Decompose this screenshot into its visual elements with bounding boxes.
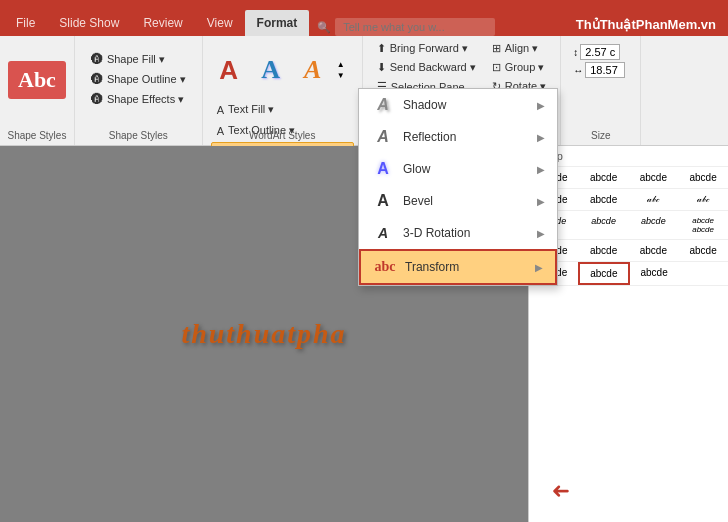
arrange-top-row: ⬆ Bring Forward ▾ ⬇ Send Backward ▾ ☰ Se… (371, 40, 553, 95)
group-wordart: A A A ▲ ▼ A Text Fill ▾ A Text Outline ▾… (203, 36, 363, 145)
group-shape-tools: 🅐 Shape Fill ▾ 🅐 Shape Outline ▾ 🅐 Shape… (75, 36, 203, 145)
wordart-previews: A A A ▲ ▼ (211, 40, 354, 100)
fill-icon: 🅐 (91, 52, 103, 66)
wordart-orange[interactable]: A (295, 40, 331, 100)
send-backward-icon: ⬇ (377, 61, 386, 74)
shape-fill-btn[interactable]: 🅐 Shape Fill ▾ (87, 50, 190, 68)
size-inputs: ↕ ↔ (569, 40, 632, 82)
align-icon: ⊞ (492, 42, 501, 55)
sample-cell[interactable]: abcde (678, 240, 728, 261)
sample-row-4: abcde abcde abcde (529, 262, 728, 286)
sample-row-1: abcde abcde 𝒶𝒷𝒸 𝒶𝒷𝒸 (529, 189, 728, 211)
sample-row-3: abcde abcde abcde abcde (529, 240, 728, 262)
width-row: ↔ (573, 62, 628, 78)
warp-label: Warp (529, 146, 728, 167)
sample-cell[interactable]: abcde (678, 167, 728, 188)
shadow-item[interactable]: A Shadow ▶ (359, 89, 557, 121)
sample-cell[interactable]: abcde (629, 167, 679, 188)
sample-cell[interactable]: abcde abcde (678, 211, 728, 239)
sample-cell[interactable]: abcde (629, 240, 679, 261)
wordart-down[interactable]: ▼ (337, 71, 345, 80)
text-effects-dropdown: A Shadow ▶ A Reflection ▶ A Glow ▶ A Bev… (358, 88, 558, 286)
sample-cell[interactable]: abcde (629, 211, 679, 239)
width-icon: ↔ (573, 65, 583, 76)
reflection-icon: A (371, 127, 395, 147)
shape-styles-label: Shape Styles (0, 130, 74, 141)
size-label: Size (561, 130, 640, 141)
wordart-blue[interactable]: A (253, 40, 289, 100)
sample-cell[interactable]: abcde (579, 211, 629, 239)
bevel-item[interactable]: A Bevel ▶ (359, 185, 557, 217)
tab-bar: File Slide Show Review View Format 🔍 Thủ… (0, 0, 728, 36)
sample-cell[interactable]: abcde (579, 167, 629, 188)
wordart-red[interactable]: A (211, 40, 247, 100)
bevel-icon: A (371, 191, 395, 211)
slide-text: thuthuatpha (181, 318, 346, 350)
group-size: ↕ ↔ Size (561, 36, 641, 145)
tab-view[interactable]: View (195, 10, 245, 36)
tab-review[interactable]: Review (131, 10, 194, 36)
align-btn[interactable]: ⊞ Align ▾ (486, 40, 552, 57)
height-icon: ↕ (573, 47, 578, 58)
3d-arrow: ▶ (537, 228, 545, 239)
glow-item[interactable]: A Glow ▶ (359, 153, 557, 185)
shape-effects-btn[interactable]: 🅐 Shape Effects ▾ (87, 90, 190, 108)
text-fill-btn[interactable]: A Text Fill ▾ (211, 100, 354, 119)
group-icon: ⊡ (492, 61, 501, 74)
right-panel: Warp abcde abcde abcde abcde abcde abcde… (528, 146, 728, 522)
arrange-col1: ⬆ Bring Forward ▾ ⬇ Send Backward ▾ ☰ Se… (371, 40, 482, 95)
shape-styles-label2: Shape Styles (75, 130, 202, 141)
reflection-label: Reflection (403, 130, 529, 144)
sample-row-2: abcde abcde abcde abcde abcde (529, 211, 728, 240)
shape-tools-list: 🅐 Shape Fill ▾ 🅐 Shape Outline ▾ 🅐 Shape… (83, 42, 194, 116)
group-btn[interactable]: ⊡ Group ▾ (486, 59, 552, 76)
tab-format[interactable]: Format (245, 10, 310, 36)
sample-row-0: abcde abcde abcde abcde (529, 167, 728, 189)
sample-cell[interactable]: 𝒶𝒷𝒸 (629, 189, 679, 210)
glow-label: Glow (403, 162, 529, 176)
bevel-arrow: ▶ (537, 196, 545, 207)
group-abc: Abc Shape Styles (0, 36, 75, 145)
effects-icon: 🅐 (91, 92, 103, 106)
abc-label: Abc (8, 61, 66, 99)
width-input[interactable] (585, 62, 625, 78)
red-arrow: ➜ (552, 478, 570, 504)
shadow-label: Shadow (403, 98, 529, 112)
tab-slideshow[interactable]: Slide Show (47, 10, 131, 36)
outline-icon: 🅐 (91, 72, 103, 86)
search-icon: 🔍 (317, 21, 331, 34)
reflection-arrow: ▶ (537, 132, 545, 143)
text-fill-icon: A (217, 104, 224, 116)
search-box-area: 🔍 (317, 18, 495, 36)
sample-cell[interactable]: 𝒶𝒷𝒸 (678, 189, 728, 210)
wordart-scroll: ▲ ▼ (337, 60, 345, 80)
brand-logo: ThủThuậtPhanMem.vn (568, 13, 724, 36)
bring-forward-icon: ⬆ (377, 42, 386, 55)
height-row: ↕ (573, 44, 628, 60)
search-input[interactable] (335, 18, 495, 36)
3d-label: 3-D Rotation (403, 226, 529, 240)
wordart-label: WordArt Styles (203, 130, 362, 141)
tab-file[interactable]: File (4, 10, 47, 36)
3d-rotation-item[interactable]: A 3-D Rotation ▶ (359, 217, 557, 249)
sample-cell[interactable] (679, 262, 728, 285)
transform-item[interactable]: abc Transform ▶ (359, 249, 557, 285)
transform-icon: abc (373, 257, 397, 277)
send-backward-btn[interactable]: ⬇ Send Backward ▾ (371, 59, 482, 76)
sample-cell[interactable]: abcde (579, 189, 629, 210)
sample-cell[interactable]: abcde (630, 262, 679, 285)
shadow-arrow: ▶ (537, 100, 545, 111)
reflection-item[interactable]: A Reflection ▶ (359, 121, 557, 153)
shape-outline-btn[interactable]: 🅐 Shape Outline ▾ (87, 70, 190, 88)
transform-label: Transform (405, 260, 527, 274)
3d-icon: A (371, 223, 395, 243)
height-input[interactable] (580, 44, 620, 60)
sample-cell[interactable]: abcde (579, 240, 629, 261)
bevel-label: Bevel (403, 194, 529, 208)
main-area: thuthuatpha A Shadow ▶ A Reflection ▶ A … (0, 146, 728, 522)
transform-arrow: ▶ (535, 262, 543, 273)
sample-cell-selected[interactable]: abcde (578, 262, 629, 285)
wordart-up[interactable]: ▲ (337, 60, 345, 69)
arrange-col2: ⊞ Align ▾ ⊡ Group ▾ ↻ Rotate ▾ (486, 40, 552, 95)
bring-forward-btn[interactable]: ⬆ Bring Forward ▾ (371, 40, 482, 57)
